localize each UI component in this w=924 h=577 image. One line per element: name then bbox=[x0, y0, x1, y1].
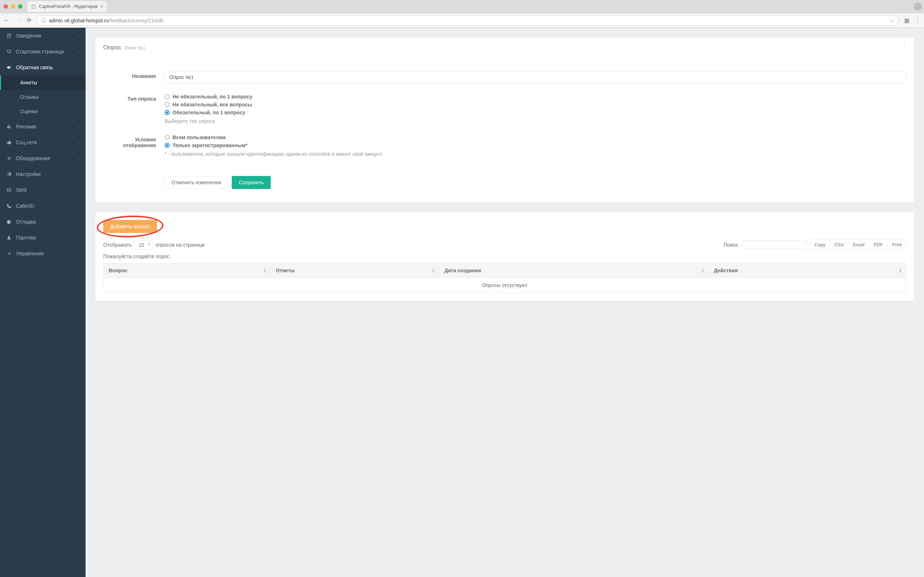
chevron-down-icon: ‹ bbox=[76, 67, 81, 68]
questions-table: Вопрос▲▼ Ответы▲▼ Дата создания▲▼ Действ… bbox=[103, 263, 906, 293]
sort-icon: ▲▼ bbox=[701, 268, 705, 273]
browser-tab[interactable]: CaptivePortalV8 - Редактиров × bbox=[27, 1, 107, 12]
url-path: /feedback/survey/21/edit bbox=[109, 18, 163, 23]
add-question-button[interactable]: Добавить вопрос bbox=[103, 220, 157, 233]
main-content: Опрос Опрос №1 ⌃ Название Тип опроса Не … bbox=[86, 28, 924, 577]
survey-name-input[interactable] bbox=[165, 71, 906, 83]
col-actions[interactable]: Действия▲▼ bbox=[709, 263, 906, 278]
sidebar-item-callerid[interactable]: CallerID ‹ bbox=[0, 198, 86, 214]
envelope-icon bbox=[6, 187, 11, 193]
chevron-icon: ‹ bbox=[78, 156, 79, 161]
document-icon bbox=[31, 4, 36, 9]
sidebar-subitem-surveys[interactable]: Анкеты bbox=[0, 76, 86, 90]
back-button[interactable]: ← bbox=[3, 16, 10, 24]
building-icon bbox=[6, 33, 11, 38]
sidebar: Заведения ‹ Стартовая страница ‹ Обратна… bbox=[0, 28, 86, 577]
chevron-icon: ‹ bbox=[78, 235, 79, 240]
sidebar-item-management[interactable]: Управление ‹ bbox=[0, 246, 86, 261]
chevron-icon: ‹ bbox=[78, 172, 79, 176]
bookmark-icon[interactable]: ☆ bbox=[890, 18, 894, 23]
chevron-icon: ‹ bbox=[78, 124, 79, 129]
type-option-2[interactable]: Не обязательный, все вопросы bbox=[165, 102, 906, 108]
cogs-icon bbox=[6, 172, 11, 177]
type-option-3[interactable]: Обязательный, по 1 вопросу bbox=[165, 110, 906, 115]
sidebar-item-settings[interactable]: Настройки ‹ bbox=[0, 166, 86, 182]
save-button[interactable]: Сохранить bbox=[232, 176, 271, 189]
display-help: * - пользователи, которые прошли идентиф… bbox=[165, 151, 906, 157]
phone-icon bbox=[6, 203, 11, 208]
sidebar-item-feedback[interactable]: Обратная связь ‹ bbox=[0, 60, 86, 76]
megaphone-icon bbox=[6, 65, 11, 70]
sort-icon: ▲▼ bbox=[263, 268, 267, 273]
display-option-1[interactable]: Всем пользователям bbox=[165, 134, 906, 140]
sidebar-item-sms[interactable]: SMS ‹ bbox=[0, 182, 86, 198]
name-label: Название bbox=[103, 71, 165, 83]
chevron-icon: ‹ bbox=[78, 251, 79, 256]
empty-row: Опросы отсуствуют bbox=[103, 278, 906, 293]
panel-subtitle: Опрос №1 bbox=[124, 45, 145, 50]
sidebar-item-start-page[interactable]: Стартовая страница ‹ bbox=[0, 44, 86, 60]
wifi-icon bbox=[6, 156, 11, 161]
site-info-icon[interactable]: ⓘ bbox=[41, 17, 46, 24]
questions-panel: Добавить вопрос Отображать 10 опросов на… bbox=[95, 212, 914, 301]
sort-icon: ▲▼ bbox=[898, 268, 902, 273]
sort-icon: ▲▼ bbox=[431, 268, 435, 273]
sidebar-item-ads[interactable]: Реклама ‹ bbox=[0, 119, 86, 134]
sidebar-item-partner[interactable]: Партнер ‹ bbox=[0, 230, 86, 246]
export-print[interactable]: Print bbox=[888, 239, 906, 250]
chevron-icon: ‹ bbox=[78, 188, 79, 192]
survey-panel: Опрос Опрос №1 ⌃ Название Тип опроса Не … bbox=[95, 37, 914, 202]
export-pdf[interactable]: PDF bbox=[869, 239, 888, 250]
export-copy[interactable]: Copy bbox=[809, 239, 830, 250]
chevron-icon: ‹ bbox=[78, 34, 79, 38]
show-label: Отображать bbox=[103, 242, 132, 248]
thumbs-up-icon bbox=[6, 140, 11, 145]
type-option-1[interactable]: Не обязательный, по 1 вопросу bbox=[165, 94, 906, 100]
browser-chrome: CaptivePortalV8 - Редактиров × ← → ⟳ ⓘ a… bbox=[0, 0, 924, 28]
type-help: Выберите тип опроса bbox=[165, 118, 906, 124]
export-excel[interactable]: Excel bbox=[848, 239, 869, 250]
close-icon[interactable]: × bbox=[100, 3, 103, 10]
col-date[interactable]: Дата создания▲▼ bbox=[439, 263, 709, 278]
search-label: Поиск: bbox=[724, 242, 739, 248]
chevron-icon: ‹ bbox=[78, 49, 79, 54]
sidebar-subitem-reviews[interactable]: Отзывы bbox=[0, 90, 86, 104]
bug-icon bbox=[6, 219, 11, 224]
annotation-highlight: Добавить вопрос bbox=[103, 220, 157, 233]
window-controls[interactable] bbox=[3, 4, 23, 9]
export-buttons: Copy CSV Excel PDF Print bbox=[809, 239, 906, 250]
address-bar[interactable]: ⓘ admin.v8.global-hotspot.ru/feedback/su… bbox=[36, 16, 899, 26]
col-answers[interactable]: Ответы▲▼ bbox=[270, 263, 439, 278]
export-csv[interactable]: CSV bbox=[830, 239, 849, 250]
cancel-button[interactable]: Отменить изменения bbox=[165, 176, 228, 189]
page-size-select[interactable]: 10 bbox=[135, 240, 153, 250]
collapse-icon[interactable]: ⌃ bbox=[901, 44, 906, 51]
sidebar-item-social[interactable]: Соц.сети ‹ bbox=[0, 134, 86, 150]
panel-title: Опрос bbox=[103, 44, 121, 51]
show-suffix: опросов на странице bbox=[155, 242, 205, 248]
sidebar-item-debug[interactable]: Отладка ‹ bbox=[0, 214, 86, 230]
menu-icon[interactable]: ⋮ bbox=[914, 17, 921, 24]
tab-title: CaptivePortalV8 - Редактиров bbox=[39, 4, 97, 9]
type-label: Тип опроса bbox=[103, 94, 165, 124]
arrow-right-icon bbox=[6, 251, 11, 256]
search-input[interactable] bbox=[742, 240, 807, 249]
chevron-icon: ‹ bbox=[78, 140, 79, 145]
display-label: Условия отображения bbox=[103, 134, 165, 157]
reload-button[interactable]: ⟳ bbox=[27, 17, 31, 24]
profile-avatar-icon[interactable] bbox=[914, 3, 922, 10]
display-icon bbox=[6, 49, 11, 54]
forward-button[interactable]: → bbox=[15, 16, 22, 24]
extension-icon[interactable]: ▦ bbox=[904, 17, 909, 24]
chart-icon bbox=[6, 124, 11, 129]
display-option-2[interactable]: Только зарегистрированным* bbox=[165, 142, 906, 148]
sidebar-item-equipment[interactable]: Оборудование ‹ bbox=[0, 150, 86, 166]
empty-message: Пожалуйста создайте опрос. bbox=[103, 253, 906, 259]
user-icon bbox=[6, 235, 11, 240]
sidebar-item-venues[interactable]: Заведения ‹ bbox=[0, 28, 86, 44]
chevron-icon: ‹ bbox=[78, 204, 79, 208]
chevron-icon: ‹ bbox=[78, 220, 79, 224]
sidebar-subitem-ratings[interactable]: Оценки bbox=[0, 104, 86, 119]
col-question[interactable]: Вопрос▲▼ bbox=[103, 263, 271, 278]
url-host: admin.v8.global-hotspot.ru bbox=[49, 18, 109, 23]
